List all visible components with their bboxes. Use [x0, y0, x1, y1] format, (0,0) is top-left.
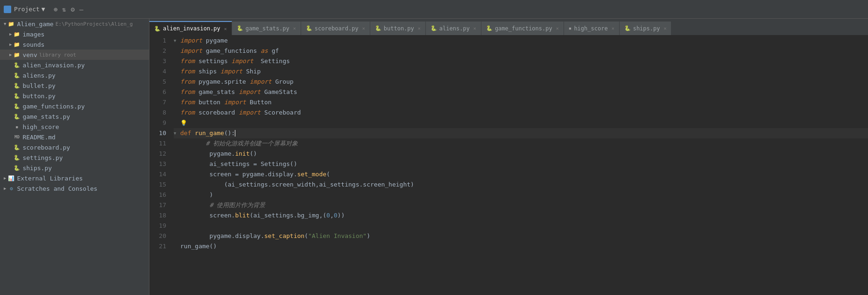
- sidebar-item-label: images: [22, 31, 44, 38]
- tab-close-button[interactable]: ✕: [418, 26, 421, 31]
- kw-from: from: [180, 97, 195, 108]
- tab-close-button[interactable]: ✕: [362, 26, 365, 31]
- sidebar-item-label: settings.py: [22, 154, 63, 161]
- tab-game-functions[interactable]: 🐍 game_functions.py ✕: [481, 21, 564, 35]
- sidebar-item-label: sounds: [22, 41, 44, 48]
- sidebar-item-label: game_functions.py: [22, 103, 85, 110]
- sidebar-item-alien-game[interactable]: ▼ 📁 Alien_game E:\PythonProjects\Alien_g: [0, 19, 149, 29]
- code-token: screen = pygame.display.: [180, 169, 297, 180]
- sidebar: ▼ 📁 Alien_game E:\PythonProjects\Alien_g…: [0, 19, 149, 295]
- tab-label: aliens.py: [439, 25, 470, 32]
- split-icon[interactable]: ⇅: [62, 6, 66, 13]
- title-bar-icons: ⊕ ⇅ ⚙ —: [54, 6, 84, 13]
- func-name: run_game: [195, 128, 224, 138]
- code-token: screen.: [180, 210, 235, 221]
- gear-icon[interactable]: ⚙: [71, 6, 75, 13]
- tab-close-button[interactable]: ✕: [293, 26, 296, 31]
- project-label[interactable]: Project: [14, 6, 40, 13]
- code-line-7: from button import Button: [174, 97, 868, 108]
- code-editor[interactable]: ▼ import pygame import game_functions as…: [170, 36, 868, 295]
- fold-arrow[interactable]: ▼: [174, 128, 180, 138]
- py-file-icon: 🐍: [13, 154, 21, 161]
- tab-py-icon: 🐍: [624, 25, 631, 31]
- tab-aliens[interactable]: 🐍 aliens.py ✕: [426, 21, 481, 35]
- code-token: [191, 128, 195, 138]
- kw-import: import: [239, 108, 261, 118]
- line-num-2: 2: [149, 46, 166, 56]
- code-comment: # 初始化游戏并创建一个屏幕对象: [206, 138, 298, 149]
- sidebar-item-bullet-py[interactable]: ▶ 🐍 bullet.py: [0, 80, 149, 91]
- project-dropdown-arrow[interactable]: ▼: [42, 6, 45, 13]
- tab-label: ships.py: [633, 25, 660, 32]
- kw-from: from: [180, 108, 195, 118]
- tab-label: button.py: [384, 25, 414, 32]
- sidebar-item-external-libraries[interactable]: ▶ 📊 External Libraries: [0, 173, 149, 183]
- tab-high-score[interactable]: ▪ high_score ✕: [564, 21, 620, 35]
- minimize-icon[interactable]: —: [79, 6, 83, 13]
- sidebar-item-scratches-consoles[interactable]: ▶ ⚙ Scratches and Consoles: [0, 183, 149, 194]
- line-num-8: 8: [149, 108, 166, 118]
- sidebar-item-alien-invasion-py[interactable]: ▶ 🐍 alien_invasion.py: [0, 60, 149, 70]
- main-layout: ▼ 📁 Alien_game E:\PythonProjects\Alien_g…: [0, 19, 868, 295]
- tab-py-icon: 🐍: [375, 25, 381, 31]
- tab-close-button[interactable]: ✕: [473, 26, 476, 31]
- sidebar-item-readme-md[interactable]: ▶ MD README.md: [0, 132, 149, 142]
- lightbulb-icon[interactable]: 💡: [180, 118, 187, 128]
- sidebar-item-label: venv: [22, 51, 37, 58]
- tab-close-button[interactable]: ✕: [556, 26, 559, 31]
- fold-arrow[interactable]: ▼: [174, 36, 180, 46]
- tab-close-button[interactable]: ✕: [612, 26, 614, 31]
- sidebar-item-images[interactable]: ▶ 📁 images: [0, 29, 149, 39]
- line-num-17: 17: [149, 200, 166, 210]
- kw-import: import: [180, 46, 202, 56]
- sidebar-item-sounds[interactable]: ▶ 📁 sounds: [0, 39, 149, 50]
- arrow-right-icon: ▶: [4, 186, 6, 191]
- sidebar-item-label: bullet.py: [22, 82, 55, 89]
- tab-close-button[interactable]: ✕: [663, 26, 666, 31]
- tab-label: alien_invasion.py: [163, 25, 220, 32]
- code-token: GameStats: [261, 87, 297, 97]
- code-token: ): [180, 190, 213, 200]
- string-token: "Alien Invasion": [308, 231, 367, 241]
- kw-as: as: [261, 46, 268, 56]
- code-token: )): [338, 210, 345, 221]
- code-token: pygame.: [180, 149, 235, 159]
- tab-label: high_score: [574, 25, 607, 32]
- tab-scoreboard[interactable]: 🐍 scoreboard.py ✕: [301, 21, 370, 35]
- line-num-3: 3: [149, 56, 166, 66]
- sidebar-item-venv[interactable]: ▶ 📁 venv library root: [0, 50, 149, 60]
- sidebar-item-high-score[interactable]: ▶ ▪ high_score: [0, 122, 149, 132]
- arrow-right-icon: ▶: [9, 42, 12, 47]
- tab-game-stats[interactable]: 🐍 game_stats.py ✕: [232, 21, 301, 35]
- tab-alien-invasion[interactable]: 🐍 alien_invasion.py ✕: [149, 21, 232, 35]
- folder-icon: 📁: [7, 20, 15, 28]
- code-line-13: ai_settings = Settings(): [174, 159, 868, 169]
- lib-icon: 📊: [7, 174, 15, 182]
- tab-ships[interactable]: 🐍 ships.py ✕: [620, 21, 672, 35]
- tab-py-icon: 🐍: [306, 25, 312, 31]
- sidebar-item-game-stats-py[interactable]: ▶ 🐍 game_stats.py: [0, 111, 149, 122]
- code-line-9: 💡: [174, 118, 868, 128]
- code-line-10: ▼ def run_game ():: [174, 128, 868, 138]
- arrow-right-icon: ▶: [9, 52, 12, 57]
- tab-button[interactable]: 🐍 button.py ✕: [370, 21, 426, 35]
- sidebar-item-button-py[interactable]: ▶ 🐍 button.py: [0, 91, 149, 101]
- sidebar-item-game-functions-py[interactable]: ▶ 🐍 game_functions.py: [0, 101, 149, 111]
- py-file-icon: 🐍: [13, 144, 21, 151]
- tab-py-icon: 🐍: [486, 25, 493, 31]
- project-icon: [4, 6, 11, 13]
- tab-close-button[interactable]: ✕: [224, 26, 227, 31]
- code-token: (): [250, 149, 257, 159]
- line-num-6: 6: [149, 87, 166, 97]
- sidebar-item-settings-py[interactable]: ▶ 🐍 settings.py: [0, 152, 149, 163]
- sidebar-item-ships-py[interactable]: ▶ 🐍 ships.py: [0, 163, 149, 173]
- code-token: gf: [268, 46, 279, 56]
- code-line-2: import game_functions as gf: [174, 46, 868, 56]
- add-icon[interactable]: ⊕: [54, 6, 57, 13]
- kw-from: from: [180, 66, 195, 77]
- number-token: 0: [326, 210, 330, 221]
- sidebar-item-scoreboard-py[interactable]: ▶ 🐍 scoreboard.py: [0, 142, 149, 152]
- code-line-5: from pygame.sprite import Group: [174, 77, 868, 87]
- sidebar-item-aliens-py[interactable]: ▶ 🐍 aliens.py: [0, 70, 149, 80]
- py-file-icon: 🐍: [13, 113, 21, 120]
